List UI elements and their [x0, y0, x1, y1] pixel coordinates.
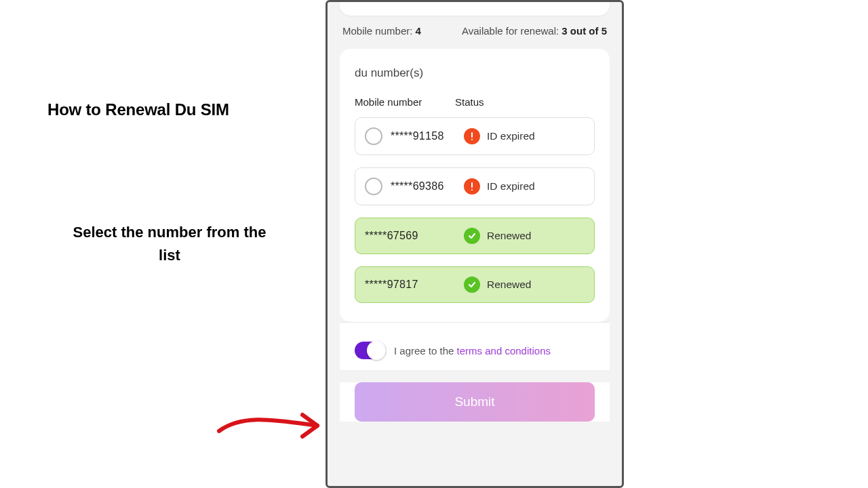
agree-section: I agree to the terms and conditions: [340, 322, 610, 370]
agree-prefix: I agree to the: [394, 345, 457, 357]
radio-unchecked-icon[interactable]: [365, 178, 382, 195]
numbers-card: du number(s) Mobile number Status *****9…: [340, 49, 610, 322]
masked-number: *****69386: [391, 180, 464, 192]
annotation-arrow-icon: [216, 405, 331, 446]
summary-bar: Mobile number: 4 Available for renewal: …: [328, 16, 622, 49]
status-text: Renewed: [487, 279, 532, 291]
col-mobile-number: Mobile number: [355, 96, 455, 108]
svg-rect-0: [471, 132, 473, 138]
svg-rect-3: [471, 189, 473, 190]
number-row: *****67569 Renewed: [355, 218, 595, 254]
annotation-subtitle: Select the number from the list: [61, 221, 278, 267]
toggle-knob-icon: [367, 341, 386, 360]
previous-card-slice: [340, 2, 610, 16]
status-text: Renewed: [487, 230, 532, 242]
number-row[interactable]: *****91158 ID expired: [355, 117, 595, 155]
masked-number: *****67569: [365, 230, 464, 242]
svg-rect-1: [471, 139, 473, 140]
number-row[interactable]: *****69386 ID expired: [355, 167, 595, 205]
check-icon: [464, 277, 480, 293]
status-text: ID expired: [487, 180, 535, 192]
col-status: Status: [455, 96, 595, 108]
masked-number: *****91158: [391, 130, 464, 142]
phone-frame: Mobile number: 4 Available for renewal: …: [326, 0, 624, 488]
agree-text: I agree to the terms and conditions: [394, 345, 551, 357]
column-headers: Mobile number Status: [355, 96, 595, 108]
annotation-title: How to Renewal Du SIM: [47, 100, 229, 119]
submit-button[interactable]: Submit: [355, 382, 595, 422]
available-value: 3 out of 5: [561, 25, 607, 37]
mobile-count-value: 4: [416, 25, 421, 37]
available-label-text: Available for renewal:: [462, 25, 559, 37]
warning-icon: [464, 128, 480, 144]
radio-unchecked-icon[interactable]: [365, 127, 382, 145]
status-text: ID expired: [487, 130, 535, 142]
number-row: *****97817 Renewed: [355, 266, 595, 303]
warning-icon: [464, 178, 480, 195]
available-label: Available for renewal: 3 out of 5: [462, 25, 607, 37]
check-icon: [464, 228, 480, 244]
agree-toggle[interactable]: [355, 342, 386, 359]
terms-link[interactable]: terms and conditions: [457, 345, 551, 357]
masked-number: *****97817: [365, 279, 464, 291]
mobile-count-label: Mobile number: 4: [342, 25, 421, 37]
mobile-count-label-text: Mobile number:: [342, 25, 412, 37]
svg-rect-2: [471, 182, 473, 188]
card-title: du number(s): [355, 66, 595, 80]
